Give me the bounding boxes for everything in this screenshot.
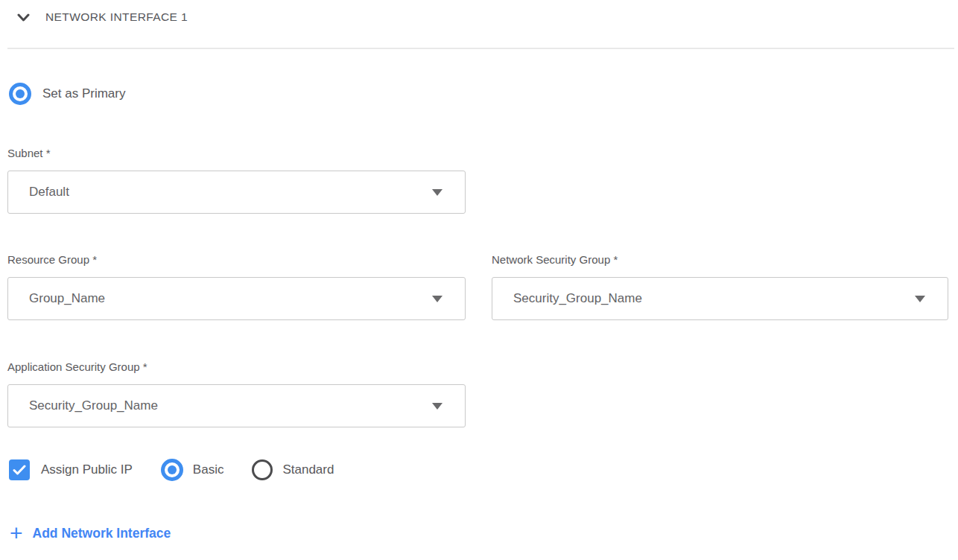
resource-group-field: Resource Group * Group_Name [7, 253, 466, 320]
subnet-value: Default [29, 185, 69, 200]
application-security-group-field: Application Security Group * Security_Gr… [7, 360, 958, 427]
resource-group-label: Resource Group * [7, 253, 466, 267]
primary-radio-label: Set as Primary [42, 86, 125, 101]
basic-radio-label: Basic [193, 462, 224, 477]
dropdown-caret-icon [432, 296, 442, 302]
ip-type-basic-option[interactable]: Basic [161, 459, 224, 481]
add-network-interface-label: Add Network Interface [33, 526, 171, 541]
checkmark-icon [13, 465, 26, 475]
dropdown-caret-icon [432, 403, 442, 410]
assign-public-ip-checkbox[interactable] [9, 459, 30, 480]
dropdown-caret-icon [432, 189, 442, 196]
add-network-interface-link[interactable]: + Add Network Interface [10, 524, 958, 543]
basic-radio-selected[interactable] [161, 459, 183, 481]
section-header: NETWORK INTERFACE 1 [17, 9, 958, 25]
set-as-primary-option[interactable]: Set as Primary [9, 83, 958, 105]
network-security-group-field: Network Security Group * Security_Group_… [492, 253, 948, 320]
section-divider [7, 48, 954, 49]
network-interface-section: NETWORK INTERFACE 1 Set as Primary Subne… [0, 9, 958, 560]
public-ip-options-row: Assign Public IP Basic Standard [9, 459, 958, 481]
network-security-group-value: Security_Group_Name [513, 291, 642, 306]
standard-radio-unselected[interactable] [252, 459, 273, 480]
primary-radio-selected[interactable] [9, 83, 31, 105]
plus-icon: + [10, 524, 23, 543]
network-security-group-label: Network Security Group * [492, 253, 948, 267]
network-security-group-select[interactable]: Security_Group_Name [492, 277, 948, 320]
resource-group-value: Group_Name [29, 291, 105, 306]
subnet-field: Subnet * Default [7, 147, 958, 214]
application-security-group-label: Application Security Group * [7, 360, 958, 374]
standard-radio-label: Standard [282, 462, 334, 477]
subnet-label: Subnet * [7, 147, 958, 160]
assign-public-ip-label: Assign Public IP [41, 462, 133, 477]
dropdown-caret-icon [915, 296, 925, 302]
group-fields-row: Resource Group * Group_Name Network Secu… [0, 253, 958, 320]
application-security-group-value: Security_Group_Name [29, 398, 158, 413]
application-security-group-select[interactable]: Security_Group_Name [7, 384, 466, 427]
ip-type-standard-option[interactable]: Standard [252, 459, 334, 480]
resource-group-select[interactable]: Group_Name [7, 277, 466, 320]
chevron-down-icon[interactable] [17, 13, 30, 22]
section-title: NETWORK INTERFACE 1 [45, 10, 188, 24]
subnet-select[interactable]: Default [7, 171, 466, 214]
